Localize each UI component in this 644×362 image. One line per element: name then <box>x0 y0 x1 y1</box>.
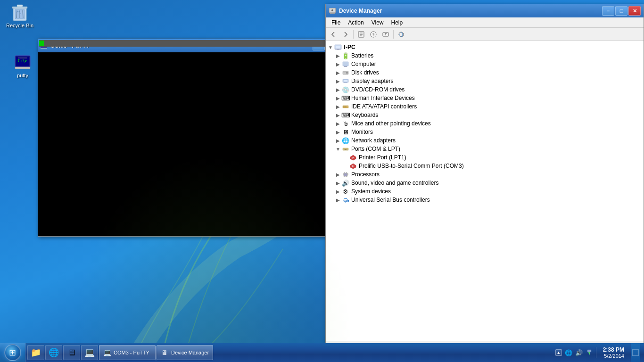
tree-item-system[interactable]: ▶ ⚙ System devices <box>326 187 644 196</box>
task-dm-label: Device Manager <box>171 350 209 355</box>
putty-desktop-icon[interactable]: C:\> putty <box>4 51 41 80</box>
taskbar-putty-task[interactable]: 💻 COM3 - PuTTY <box>99 345 156 360</box>
svg-rect-33 <box>343 62 348 66</box>
toolbar-forward-btn[interactable] <box>340 29 351 40</box>
tree-item-disk-drives[interactable]: ▶ Disk drives <box>326 68 644 77</box>
tree-item-monitors[interactable]: ▶ 🖥 Monitors <box>326 128 644 136</box>
device-manager-title-icon <box>329 7 336 15</box>
tree-item-printer-port[interactable]: P Printer Port (LPT1) <box>326 153 644 162</box>
toolbar-update-btn[interactable] <box>380 29 391 40</box>
tree-item-keyboards[interactable]: ▶ ⌨ Keyboards <box>326 111 644 119</box>
putty-image: C:\> <box>13 53 32 72</box>
root-icon <box>334 43 342 51</box>
recycle-bin-image <box>10 3 29 22</box>
taskbar-chrome-btn[interactable]: 🌐 <box>45 345 62 360</box>
terminal-cursor <box>39 41 44 46</box>
dm-minimize-btn[interactable]: − <box>602 6 614 16</box>
menu-view[interactable]: View <box>368 18 388 27</box>
svg-rect-54 <box>344 173 347 176</box>
svg-rect-30 <box>336 46 340 49</box>
svg-rect-43 <box>343 106 345 107</box>
tree-item-sound[interactable]: ▶ 🔊 Sound, video and game controllers <box>326 179 644 187</box>
explorer-icon: 📁 <box>31 347 41 358</box>
svg-rect-48 <box>347 149 347 150</box>
tree-item-network[interactable]: ▶ 🌐 Network adapters <box>326 136 644 145</box>
start-button[interactable]: ⊞ <box>0 343 25 362</box>
clock[interactable]: 2:38 PM 5/2/2014 <box>599 346 628 359</box>
tree-item-computer[interactable]: ▶ Computer <box>326 60 644 68</box>
taskbar-putty-btn[interactable]: 💻 <box>81 345 98 360</box>
tree-item-ports[interactable]: ▼ Ports (COM & LPT) <box>326 145 644 153</box>
svg-rect-3 <box>17 5 23 7</box>
chrome-icon: 🌐 <box>49 347 59 358</box>
menu-help[interactable]: Help <box>388 18 407 27</box>
svg-text:C:\>: C:\> <box>18 59 27 63</box>
windows-logo: ⊞ <box>9 347 16 358</box>
svg-rect-44 <box>345 106 347 107</box>
svg-rect-47 <box>345 149 346 150</box>
terminal-content[interactable] <box>38 39 346 236</box>
svg-point-18 <box>331 9 333 11</box>
tree-item-display-adapters[interactable]: ▶ Display adapters <box>326 77 644 85</box>
svg-point-63 <box>344 198 347 202</box>
tree-item-ide[interactable]: ▶ IDE ATA/ATAPI controllers <box>326 102 644 111</box>
device-manager-title-buttons: − □ ✕ <box>602 6 641 16</box>
taskbar-tasks: 📁 🌐 🖥 💻 💻 COM3 - PuTTY 🖥 Device Manager <box>25 345 552 360</box>
taskbar-dm-task[interactable]: 🖥 Device Manager <box>157 345 213 360</box>
menu-file[interactable]: File <box>328 18 344 27</box>
tree-item-prolific-port[interactable]: P Prolific USB-to-Serial Comm Port (COM3… <box>326 162 644 170</box>
toolbar-scan-btn[interactable] <box>396 29 407 40</box>
svg-line-6 <box>23 10 23 18</box>
tree-root[interactable]: ▼ f-PC <box>326 43 644 51</box>
taskbar-explorer-btn[interactable]: 📁 <box>27 345 44 360</box>
device-manager-content[interactable]: ▼ f-PC ▶ 🔋 Batteries ▶ <box>326 41 644 341</box>
tree-item-processors[interactable]: ▶ Processors <box>326 170 644 179</box>
svg-rect-46 <box>344 149 345 150</box>
toolbar-separator-1 <box>353 30 354 39</box>
recycle-bin-icon[interactable]: Recycle Bin <box>1 1 39 30</box>
svg-rect-32 <box>337 49 339 50</box>
device-manager-menubar: File Action View Help <box>326 17 644 28</box>
dm-maximize-btn[interactable]: □ <box>615 6 627 16</box>
toolbar-help-btn[interactable]: ? <box>368 29 379 40</box>
dm-close-btn[interactable]: ✕ <box>628 6 641 16</box>
svg-rect-53 <box>344 173 347 176</box>
tree-item-hid[interactable]: ▶ ⌨ Human Interface Devices <box>326 94 644 102</box>
taskbar-app-btn[interactable]: 🖥 <box>63 345 80 360</box>
toolbar-back-btn[interactable] <box>328 29 339 40</box>
tray-power-icon[interactable] <box>586 349 593 356</box>
scroll-down-btn[interactable]: ▼ <box>346 229 353 236</box>
task-putty-icon: 💻 <box>103 349 111 356</box>
svg-rect-35 <box>344 66 347 67</box>
putty-taskbar-icon: 💻 <box>84 347 95 358</box>
tree-item-usb[interactable]: ▶ USB Universal Serial Bus controllers <box>326 196 644 204</box>
svg-marker-49 <box>350 155 356 160</box>
task-putty-label: COM3 - PuTTY <box>114 350 149 355</box>
menu-action[interactable]: Action <box>344 18 367 27</box>
tree-item-mice[interactable]: ▶ 🖱 Mice and other pointing devices <box>326 119 644 128</box>
system-tray: ▲ 🌐 🔊 2:38 PM 5/2/2014 <box>552 343 644 362</box>
svg-text:USB: USB <box>345 199 349 202</box>
tree-item-dvd-drives[interactable]: ▶ 💿 DVD/CD-ROM drives <box>326 85 644 94</box>
tray-network-icon[interactable]: 🌐 <box>565 349 572 356</box>
device-manager-titlebar[interactable]: Device Manager − □ ✕ <box>326 4 644 17</box>
svg-rect-65 <box>587 350 591 352</box>
toolbar-properties-btn[interactable] <box>355 29 367 40</box>
tray-expand-btn[interactable]: ▲ <box>555 349 562 356</box>
device-manager-title-text: Device Manager <box>339 8 602 14</box>
clock-date: 5/2/2014 <box>604 353 624 359</box>
tray-sound-icon[interactable]: 🔊 <box>575 349 583 356</box>
tree-item-batteries[interactable]: ▶ 🔋 Batteries <box>326 51 644 60</box>
svg-point-37 <box>347 72 348 74</box>
svg-marker-66 <box>588 352 590 355</box>
show-desktop-icon <box>632 349 639 356</box>
root-label: f-PC <box>344 44 355 50</box>
terminal-bar <box>39 40 345 47</box>
svg-rect-34 <box>344 66 347 66</box>
putty-window: >_ COM3 - PuTTY − □ ✕ ▲ <box>38 39 354 237</box>
svg-marker-51 <box>350 164 356 169</box>
tray-separator <box>596 347 596 358</box>
putty-label: putty <box>17 73 28 78</box>
svg-rect-19 <box>330 13 335 14</box>
show-desktop-btn[interactable] <box>631 343 640 362</box>
